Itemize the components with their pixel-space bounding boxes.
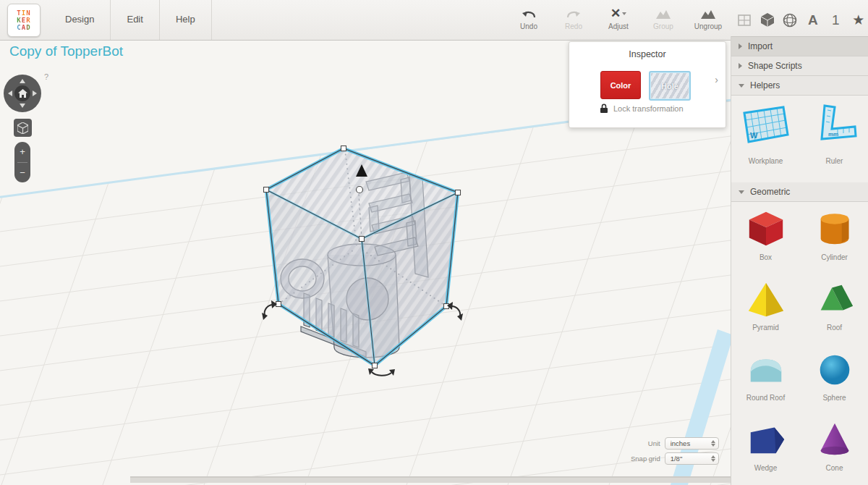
canvas-bottom-strip2: [130, 478, 731, 483]
top-toolbar: TIN KER CAD Design Edit Help Undo Redo ✕…: [0, 0, 868, 41]
orbit-right-icon[interactable]: [33, 90, 37, 96]
workplane-grid-icon: [736, 12, 752, 28]
round-roof-shape-icon: [745, 347, 787, 391]
snap-grid-value: 1/8": [671, 455, 711, 463]
unit-label: Unit: [648, 439, 660, 447]
home-view-button[interactable]: [14, 85, 30, 101]
undo-icon: [506, 6, 551, 22]
sphere-shape-icon: [814, 347, 856, 391]
logo-row: TIN: [17, 9, 30, 17]
redo-icon: [551, 6, 596, 22]
chevron-down-icon: [739, 190, 744, 194]
helper-label: Workplane: [731, 157, 800, 165]
group-icon: [641, 6, 686, 22]
box-shape-icon: [745, 207, 787, 250]
helper-label: Ruler: [800, 157, 868, 165]
shape-roof[interactable]: Roof: [800, 272, 868, 342]
redo-button[interactable]: Redo: [551, 0, 596, 40]
section-geometric[interactable]: Geometric: [731, 182, 868, 202]
nav-help-link[interactable]: ?: [44, 72, 48, 81]
lock-transformation-toggle[interactable]: Lock transformation: [600, 104, 684, 114]
pyramid-shape-icon: [745, 277, 787, 321]
menu-design[interactable]: Design: [49, 0, 111, 40]
zoom-control[interactable]: + −: [14, 142, 30, 182]
menu-bar: Design Edit Help: [49, 0, 212, 40]
section-import[interactable]: Import: [731, 36, 868, 56]
color-swatch-button[interactable]: Color: [600, 71, 641, 99]
orbit-up-icon[interactable]: [20, 79, 25, 83]
lock-transformation-label: Lock transformation: [613, 104, 684, 113]
stepper-icon: [711, 440, 715, 447]
canvas-bottom-strip: [130, 476, 731, 478]
orbit-down-icon[interactable]: [20, 104, 25, 108]
shape-pyramid[interactable]: Pyramid: [731, 272, 800, 342]
hole-swatch-button[interactable]: Hole: [649, 71, 691, 101]
workplane-category-button[interactable]: [736, 11, 753, 30]
menu-help[interactable]: Help: [160, 0, 212, 40]
zoom-in-button[interactable]: +: [14, 142, 30, 162]
wedge-shape-icon: [745, 418, 787, 461]
home-icon: [18, 89, 27, 98]
holes-category-button[interactable]: [782, 11, 799, 30]
snap-grid-select[interactable]: 1/8": [665, 452, 719, 465]
shape-wedge[interactable]: Wedge: [731, 413, 800, 483]
zoom-out-button[interactable]: −: [14, 163, 30, 183]
orbit-control[interactable]: [4, 75, 41, 112]
ruler-helper-icon: mm: [806, 101, 864, 152]
inspector-panel: Inspector Color Hole › Lock transformati…: [569, 41, 726, 128]
menu-edit[interactable]: Edit: [111, 0, 159, 40]
lock-icon: [600, 104, 608, 114]
orbit-left-icon[interactable]: [8, 90, 12, 96]
chevron-down-icon: [739, 84, 744, 88]
view-cube-icon: [17, 122, 28, 134]
model-topperbot[interactable]: [262, 146, 463, 376]
grid-settings: Unit inches Snap grid 1/8": [631, 437, 719, 465]
favorites-category-button[interactable]: ★: [851, 11, 867, 30]
workplane-letter: W: [750, 131, 758, 140]
snap-grid-label: Snap grid: [631, 455, 660, 463]
shape-cone[interactable]: Cone: [800, 413, 868, 483]
roof-shape-icon: [814, 277, 856, 321]
shape-category-bar: A 1 ★: [736, 0, 867, 40]
shapes-sidebar: Import Shape Scripts Helpers W Workplane: [731, 36, 868, 485]
solids-category-button[interactable]: [760, 11, 776, 30]
action-toolbar: Undo Redo ✕ Adjust Group Ungroup: [506, 0, 732, 40]
cylinder-shape-icon: [814, 207, 856, 250]
unit-value: inches: [671, 439, 711, 447]
chevron-right-icon: [739, 63, 742, 69]
group-button[interactable]: Group: [641, 0, 686, 40]
ungroup-icon: [686, 6, 731, 22]
shape-round-roof[interactable]: Round Roof: [731, 342, 800, 413]
wire-sphere-icon: [782, 12, 798, 28]
tinkercad-logo[interactable]: TIN KER CAD: [7, 4, 41, 37]
chevron-right-icon: [739, 43, 742, 49]
inspector-expand-chevron[interactable]: ›: [715, 74, 718, 85]
stepper-icon: [711, 455, 715, 462]
shape-sphere[interactable]: Sphere: [800, 342, 868, 413]
view-cube-button[interactable]: [14, 119, 32, 137]
geometric-shapes-list: Box Cylinder Pyramid Roof: [731, 202, 868, 483]
logo-row: KER: [17, 17, 30, 24]
cube-icon: [760, 12, 775, 28]
ungroup-button[interactable]: Ungroup: [686, 0, 731, 40]
logo-row: CAD: [17, 24, 30, 31]
section-helpers[interactable]: Helpers: [731, 76, 868, 96]
top-scale-handle[interactable]: [357, 187, 363, 193]
shape-box[interactable]: Box: [731, 202, 800, 272]
undo-button[interactable]: Undo: [506, 0, 551, 40]
shape-cylinder[interactable]: Cylinder: [800, 202, 868, 272]
inspector-title: Inspector: [569, 49, 726, 59]
helper-ruler[interactable]: mm Ruler: [800, 101, 868, 182]
ruler-unit: mm: [828, 131, 838, 138]
text-category-button[interactable]: A: [805, 11, 822, 30]
helper-workplane[interactable]: W Workplane: [731, 101, 800, 182]
unit-select[interactable]: inches: [665, 437, 719, 450]
design-title[interactable]: Copy of TopperBot: [9, 43, 123, 59]
adjust-button[interactable]: ✕ Adjust: [596, 0, 641, 40]
adjust-icon: ✕: [596, 6, 641, 22]
workplane-helper-icon: W: [737, 101, 795, 152]
helpers-list: W Workplane mm Ruler: [731, 96, 868, 182]
cone-shape-icon: [814, 418, 856, 461]
numbers-category-button[interactable]: 1: [827, 11, 844, 30]
section-shape-scripts[interactable]: Shape Scripts: [731, 56, 868, 76]
